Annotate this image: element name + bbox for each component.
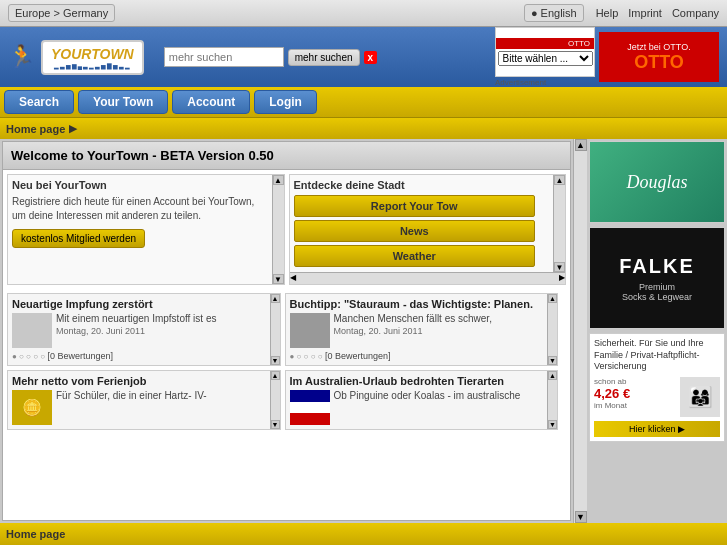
article-content: Für Schüler, die in einer Hartz- IV- xyxy=(56,390,207,425)
scroll-down-icon[interactable]: ▼ xyxy=(554,262,565,272)
scroll-right-icon[interactable]: ▶ xyxy=(559,273,565,282)
insurance-price: 4,26 € xyxy=(594,386,676,401)
col-left-text: Registriere dich heute für einen Account… xyxy=(12,195,270,223)
report-button[interactable]: Report Your Tow xyxy=(294,195,536,217)
article-title: Neuartige Impfung zerstört xyxy=(12,298,266,310)
article-item: Buchtipp: "Stauraum - das Wichtigste: Pl… xyxy=(285,293,559,366)
insurance-ad: Sicherheit. Für Sie und Ihre Familie / P… xyxy=(589,333,725,442)
neu-bei-yourtown-col: Neu bei YourTown Registriere dich heute … xyxy=(7,174,285,285)
douglas-ad[interactable]: Douglas xyxy=(589,141,725,223)
scroll-up-icon[interactable]: ▲ xyxy=(271,294,280,303)
article-scrollbar[interactable]: ▲ ▼ xyxy=(270,371,280,429)
header: 🏃 YOURTOWN ▂▃▅▆▄▃▂▃▅▇▅▃▂ mehr suchen x O… xyxy=(0,27,727,87)
ad-bitte-box: OTTO Bitte wählen ... xyxy=(495,27,595,77)
top-bar: Europe > Germany ● English Help Imprint … xyxy=(0,0,727,27)
top-right: ● English Help Imprint Company xyxy=(524,4,719,22)
scroll-down-icon[interactable]: ▼ xyxy=(548,420,557,429)
insurance-image: 👨‍👩‍👧 xyxy=(680,377,720,417)
logo-box: YOURTOWN ▂▃▅▆▄▃▂▃▅▇▅▃▂ xyxy=(41,40,144,75)
advertisement-label: Advertisement xyxy=(495,78,546,87)
falke-ad-content: FALKE PremiumSocks & Legwear xyxy=(590,228,724,328)
main-scroll-down-icon[interactable]: ▼ xyxy=(575,511,587,523)
article-title: Buchtipp: "Stauraum - das Wichtigste: Pl… xyxy=(290,298,544,310)
top-left: Europe > Germany xyxy=(8,4,115,22)
breadcrumb-text: Home page xyxy=(6,123,65,135)
rating-dots: ● ○ ○ ○ ○ xyxy=(12,352,45,361)
bitte-select[interactable]: Bitte wählen ... xyxy=(498,51,593,66)
main-scroll-up-icon[interactable]: ▲ xyxy=(575,139,587,151)
search-area: mehr suchen x xyxy=(164,47,377,67)
logo-yourtown: YOURTOWN xyxy=(51,46,134,62)
help-link[interactable]: Help xyxy=(596,7,619,19)
douglas-ad-content: Douglas xyxy=(590,142,724,222)
scroll-down-icon[interactable]: ▼ xyxy=(273,274,284,284)
scroll-down-icon[interactable]: ▼ xyxy=(548,356,557,365)
scroll-down-icon[interactable]: ▼ xyxy=(271,356,280,365)
insurance-title: Sicherheit. Für Sie und Ihre Familie / P… xyxy=(594,338,720,373)
article-body: Mit einem neuartigen Impfstoff ist es Mo… xyxy=(12,313,266,348)
right-col-scrollbar-h[interactable]: ◀ ▶ xyxy=(290,272,566,284)
article-image: 🪙 xyxy=(12,390,52,425)
article-scrollbar[interactable]: ▲ ▼ xyxy=(270,294,280,365)
article-scrollbar[interactable]: ▲ ▼ xyxy=(547,371,557,429)
otto-small-logo: OTTO xyxy=(496,38,594,49)
article-content: Mit einem neuartigen Impfstoff ist es Mo… xyxy=(56,313,216,348)
ad-area: OTTO Bitte wählen ... Advertisement Jetz… xyxy=(495,27,719,87)
english-btn[interactable]: ● English xyxy=(524,4,584,22)
breadcrumb-btn[interactable]: Europe > Germany xyxy=(8,4,115,22)
login-nav-button[interactable]: Login xyxy=(254,90,317,114)
right-col-scrollbar-v[interactable]: ▲ ▼ xyxy=(553,175,565,284)
scroll-up-icon[interactable]: ▲ xyxy=(273,175,284,185)
article-scrollbar[interactable]: ▲ ▼ xyxy=(547,294,557,365)
news-button[interactable]: News xyxy=(294,220,536,242)
breadcrumb-arrow-icon: ▶ xyxy=(69,122,77,135)
account-nav-button[interactable]: Account xyxy=(172,90,250,114)
scroll-up-icon[interactable]: ▲ xyxy=(271,371,280,380)
search-nav-button[interactable]: Search xyxy=(4,90,74,114)
welcome-title: Welcome to YourTown - BETA Version 0.50 xyxy=(3,142,570,170)
mehr-button[interactable]: mehr suchen xyxy=(288,49,360,66)
insurance-person-icon: 👨‍👩‍👧 xyxy=(680,377,720,417)
header-search-input[interactable] xyxy=(164,47,284,67)
scroll-up-icon[interactable]: ▲ xyxy=(548,294,557,303)
rating-count: [0 Bewertungen] xyxy=(325,351,391,361)
article-ratings: ● ○ ○ ○ ○ [0 Bewertungen] xyxy=(12,351,266,361)
insurance-content: schon ab 4,26 € im Monat xyxy=(594,377,676,410)
article-content: Manchen Menschen fällt es schwer, Montag… xyxy=(334,313,492,348)
scroll-up-icon[interactable]: ▲ xyxy=(554,175,565,185)
article-title: Mehr netto vom Ferienjob xyxy=(12,375,266,387)
imprint-link[interactable]: Imprint xyxy=(628,7,662,19)
falke-ad[interactable]: FALKE PremiumSocks & Legwear xyxy=(589,227,725,329)
left-col-scrollbar[interactable]: ▲ ▼ xyxy=(272,175,284,284)
article-text: Für Schüler, die in einer Hartz- IV- xyxy=(56,390,207,401)
logo-skyline: ▂▃▅▆▄▃▂▃▅▇▅▃▂ xyxy=(54,62,131,69)
article-image xyxy=(290,390,330,425)
right-sidebar: Douglas FALKE PremiumSocks & Legwear Sic… xyxy=(587,139,727,523)
hier-button[interactable]: Hier klicken ▶ xyxy=(594,421,720,437)
scroll-left-icon[interactable]: ◀ xyxy=(290,273,296,282)
article-text: Mit einem neuartigen Impfstoff ist es xyxy=(56,313,216,324)
scroll-up-icon[interactable]: ▲ xyxy=(548,371,557,380)
otto-ad[interactable]: Jetzt bei OTTO. OTTO xyxy=(599,32,719,82)
mitglied-button[interactable]: kostenlos Mitglied werden xyxy=(12,229,145,248)
top-links: Help Imprint Company xyxy=(596,7,719,19)
clear-button[interactable]: x xyxy=(364,51,378,64)
article-text: Ob Pinguine oder Koalas - im australisch… xyxy=(334,390,521,401)
scroll-down-icon[interactable]: ▼ xyxy=(271,420,280,429)
main-scrollbar-v[interactable]: ▲ ▼ xyxy=(573,139,587,523)
article-body: Manchen Menschen fällt es schwer, Montag… xyxy=(290,313,544,348)
insurance-per: im Monat xyxy=(594,401,676,410)
yourtown-nav-button[interactable]: Your Town xyxy=(78,90,168,114)
falke-logo: FALKE xyxy=(619,255,695,278)
article-image xyxy=(12,313,52,348)
bottom-bar: Home page xyxy=(0,523,727,545)
company-link[interactable]: Company xyxy=(672,7,719,19)
douglas-text: Douglas xyxy=(626,172,687,193)
article-item: Mehr netto vom Ferienjob 🪙 Für Schüler, … xyxy=(7,370,281,430)
nav-bar: Search Your Town Account Login xyxy=(0,87,727,117)
rating-count: [0 Bewertungen] xyxy=(48,351,114,361)
logo-area: 🏃 YOURTOWN ▂▃▅▆▄▃▂▃▅▇▅▃▂ mehr suchen x xyxy=(8,40,495,75)
weather-button[interactable]: Weather xyxy=(294,245,536,267)
article-image xyxy=(290,313,330,348)
main-area: Welcome to YourTown - BETA Version 0.50 … xyxy=(0,139,727,523)
